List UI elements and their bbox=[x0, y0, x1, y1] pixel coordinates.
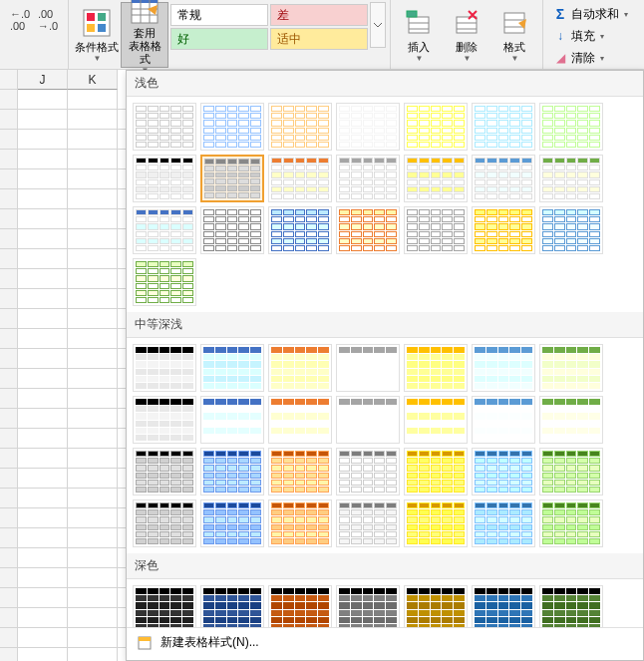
svg-rect-11 bbox=[409, 17, 429, 33]
table-style-thumb[interactable] bbox=[268, 448, 332, 496]
table-style-thumb[interactable] bbox=[472, 344, 535, 392]
table-style-thumb[interactable] bbox=[404, 448, 468, 496]
table-style-thumb[interactable] bbox=[336, 206, 400, 254]
dark-styles-grid bbox=[127, 579, 643, 627]
table-style-thumb[interactable] bbox=[133, 396, 196, 444]
new-pivot-style-button[interactable]: 新建数据透视表样式(P)... bbox=[127, 657, 643, 661]
table-style-thumb[interactable] bbox=[539, 499, 603, 547]
format-button[interactable]: 格式 ▼ bbox=[490, 2, 538, 68]
column-header[interactable]: J bbox=[18, 70, 68, 90]
fill-button[interactable]: ↓ 填充 ▾ bbox=[553, 26, 628, 46]
sigma-icon: Σ bbox=[553, 7, 567, 21]
table-style-thumb[interactable] bbox=[133, 103, 196, 151]
table-style-thumb[interactable] bbox=[200, 103, 264, 151]
table-style-thumb[interactable] bbox=[472, 499, 535, 547]
table-style-thumb[interactable] bbox=[336, 585, 400, 627]
delete-cells-icon bbox=[451, 7, 483, 39]
table-style-thumb[interactable] bbox=[472, 396, 535, 444]
table-style-thumb[interactable] bbox=[336, 499, 400, 547]
table-style-thumb[interactable] bbox=[268, 499, 332, 547]
table-style-thumb[interactable] bbox=[539, 155, 603, 202]
table-style-thumb[interactable] bbox=[539, 206, 603, 254]
table-style-thumb[interactable] bbox=[133, 258, 196, 306]
insert-label: 插入 bbox=[408, 41, 430, 54]
delete-button[interactable]: 删除 ▼ bbox=[443, 2, 490, 68]
svg-rect-1 bbox=[87, 13, 95, 21]
cell-style-bad[interactable]: 差 bbox=[270, 4, 368, 26]
cells-group: 插入 ▼ 删除 ▼ 格式 ▼ bbox=[391, 0, 543, 69]
table-style-thumb[interactable] bbox=[133, 206, 196, 254]
table-style-thumb[interactable] bbox=[404, 396, 468, 444]
autosum-label: 自动求和 bbox=[571, 6, 619, 23]
column-header[interactable]: K bbox=[68, 70, 118, 90]
clear-button[interactable]: ◢ 清除 ▾ bbox=[553, 48, 628, 68]
fill-label: 填充 bbox=[571, 28, 595, 45]
table-style-thumb[interactable] bbox=[404, 344, 468, 392]
table-style-thumb[interactable] bbox=[472, 448, 535, 496]
cell-style-good[interactable]: 好 bbox=[170, 28, 268, 50]
dropdown-icon: ▼ bbox=[464, 54, 472, 63]
gallery-section-light: 浅色 bbox=[127, 71, 643, 97]
insert-button[interactable]: 插入 ▼ bbox=[395, 2, 443, 68]
table-style-thumb[interactable] bbox=[133, 344, 196, 392]
table-style-thumb[interactable] bbox=[404, 585, 468, 627]
table-style-thumb[interactable] bbox=[200, 344, 264, 392]
svg-rect-3 bbox=[87, 24, 95, 32]
table-style-thumb[interactable] bbox=[200, 448, 264, 496]
table-style-thumb[interactable] bbox=[404, 103, 468, 151]
table-style-thumb[interactable] bbox=[268, 103, 332, 151]
table-style-thumb[interactable] bbox=[133, 499, 196, 547]
table-style-thumb[interactable] bbox=[539, 585, 603, 627]
table-style-thumb[interactable] bbox=[200, 499, 264, 547]
format-cells-icon bbox=[498, 7, 530, 39]
table-style-thumb[interactable] bbox=[336, 344, 400, 392]
table-style-thumb[interactable] bbox=[200, 585, 264, 627]
increase-decimal-button[interactable]: ←.0.00 bbox=[8, 8, 32, 32]
cell-styles-more-button[interactable] bbox=[370, 2, 386, 48]
table-style-thumb[interactable] bbox=[404, 206, 468, 254]
table-style-thumb[interactable] bbox=[539, 344, 603, 392]
format-as-table-button[interactable]: 套用 表格格式 ▼ bbox=[121, 2, 168, 68]
table-style-thumb[interactable] bbox=[336, 396, 400, 444]
table-style-thumb[interactable] bbox=[336, 103, 400, 151]
light-styles-grid bbox=[127, 97, 643, 312]
table-style-thumb[interactable] bbox=[133, 155, 196, 202]
eraser-icon: ◢ bbox=[553, 51, 567, 65]
insert-cells-icon bbox=[403, 7, 435, 39]
table-style-thumb[interactable] bbox=[336, 448, 400, 496]
dropdown-icon: ▼ bbox=[416, 54, 424, 63]
conditional-formatting-button[interactable]: 条件格式 ▼ bbox=[73, 2, 121, 68]
clear-label: 清除 bbox=[571, 50, 595, 67]
new-table-style-button[interactable]: 新建表格样式(N)... bbox=[127, 628, 643, 657]
table-style-thumb[interactable] bbox=[472, 155, 535, 202]
table-style-thumb[interactable] bbox=[336, 155, 400, 202]
table-style-thumb[interactable] bbox=[200, 155, 264, 202]
svg-rect-22 bbox=[139, 637, 151, 641]
table-style-thumb[interactable] bbox=[404, 155, 468, 202]
table-style-thumb[interactable] bbox=[472, 206, 535, 254]
table-style-thumb[interactable] bbox=[268, 396, 332, 444]
table-style-thumb[interactable] bbox=[200, 206, 264, 254]
format-as-table-icon bbox=[129, 0, 161, 25]
cell-style-neutral[interactable]: 适中 bbox=[270, 28, 368, 50]
table-style-thumb[interactable] bbox=[404, 499, 468, 547]
table-styles-gallery: 浅色 中等深浅 深色 新建表格样式(N)... 新建数据透视表样式(P)... bbox=[126, 70, 644, 661]
table-style-thumb[interactable] bbox=[133, 585, 196, 627]
table-style-thumb[interactable] bbox=[472, 585, 535, 627]
table-style-thumb[interactable] bbox=[472, 103, 535, 151]
table-style-thumb[interactable] bbox=[268, 206, 332, 254]
new-table-style-label: 新建表格样式(N)... bbox=[161, 634, 259, 651]
table-style-thumb[interactable] bbox=[268, 585, 332, 627]
table-style-thumb[interactable] bbox=[268, 344, 332, 392]
svg-rect-14 bbox=[407, 11, 417, 17]
table-style-thumb[interactable] bbox=[539, 448, 603, 496]
table-style-thumb[interactable] bbox=[539, 396, 603, 444]
decrease-decimal-button[interactable]: .00→.0 bbox=[36, 8, 60, 32]
table-style-thumb[interactable] bbox=[200, 396, 264, 444]
autosum-button[interactable]: Σ 自动求和 ▾ bbox=[553, 4, 628, 24]
table-style-thumb[interactable] bbox=[539, 103, 603, 151]
cell-style-normal[interactable]: 常规 bbox=[170, 4, 268, 26]
table-style-thumb[interactable] bbox=[133, 448, 196, 496]
table-style-thumb[interactable] bbox=[268, 155, 332, 202]
conditional-formatting-label: 条件格式 bbox=[75, 41, 119, 54]
